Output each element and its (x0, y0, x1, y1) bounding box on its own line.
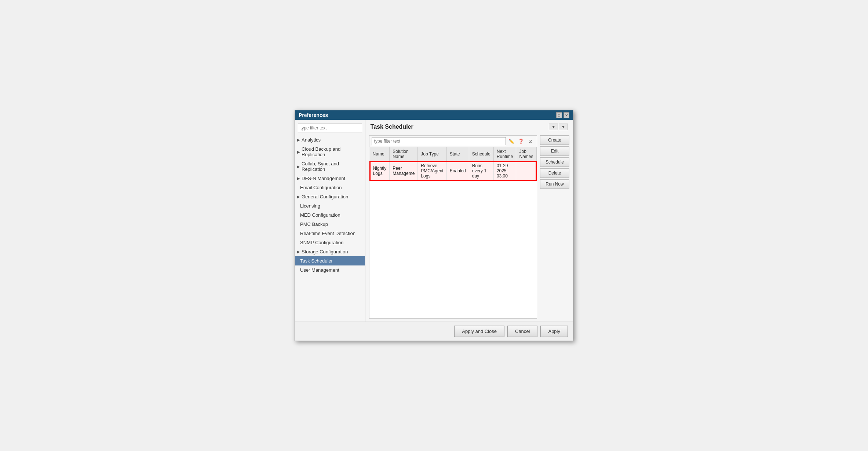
cell-next-runtime: 01-29-2025 03:00 (493, 161, 516, 181)
table-area: ✏️ ❓ ⧖ Name Solution Name Job Type State… (365, 132, 573, 322)
sidebar-item-realtime-event[interactable]: Real-time Event Detection (295, 229, 365, 238)
footer: Apply and Close Cancel Apply (295, 322, 573, 341)
help-icon[interactable]: ❓ (517, 137, 525, 145)
cell-job-names (516, 161, 536, 181)
dialog-title: Preferences (299, 112, 328, 118)
close-button[interactable]: ✕ (564, 112, 569, 118)
sidebar-item-email-config[interactable]: Email Configuration (295, 183, 365, 192)
table-container: ✏️ ❓ ⧖ Name Solution Name Job Type State… (369, 135, 537, 319)
nav-forward-button[interactable]: ▼ (559, 124, 568, 130)
apply-close-button[interactable]: Apply and Close (454, 326, 504, 337)
table-filter-input[interactable] (372, 137, 506, 145)
expand-arrow-icon: ▶ (297, 150, 300, 154)
sidebar-item-cloud-backup[interactable]: ▶Cloud Backup and Replication (295, 144, 365, 159)
col-solution-name: Solution Name (390, 147, 418, 161)
main-header: Task Scheduler ▼ ▼ (365, 120, 573, 132)
sidebar-item-dfs-n[interactable]: ▶DFS-N Management (295, 174, 365, 183)
sidebar-item-label: Collab, Sync, and Replication (302, 161, 361, 172)
sidebar-item-user-management[interactable]: User Management (295, 265, 365, 275)
sidebar-item-label: MED Configuration (300, 212, 340, 218)
dialog-body: ▶Analytics▶Cloud Backup and Replication▶… (295, 120, 573, 322)
sidebar-item-task-scheduler[interactable]: Task Scheduler (295, 256, 365, 265)
col-job-names: Job Names (516, 147, 536, 161)
col-job-type: Job Type (418, 147, 446, 161)
expand-arrow-icon: ▶ (297, 250, 300, 254)
sidebar: ▶Analytics▶Cloud Backup and Replication▶… (295, 120, 365, 322)
sidebar-item-analytics[interactable]: ▶Analytics (295, 135, 365, 144)
run-now-button[interactable]: Run Now (540, 179, 569, 189)
tasks-table: Name Solution Name Job Type State Schedu… (369, 147, 537, 181)
sidebar-item-label: DFS-N Management (302, 176, 345, 181)
sidebar-item-label: Storage Configuration (302, 249, 348, 254)
title-bar-controls: □ ✕ (556, 112, 569, 118)
expand-arrow-icon: ▶ (297, 176, 300, 180)
expand-arrow-icon: ▶ (297, 195, 300, 199)
delete-button[interactable]: Delete (540, 168, 569, 178)
sidebar-item-snmp-config[interactable]: SNMP Configuration (295, 238, 365, 247)
sidebar-item-label: Licensing (300, 203, 320, 209)
sidebar-item-label: SNMP Configuration (300, 240, 343, 245)
cell-name: Nightly Logs (370, 161, 390, 181)
sidebar-item-label: Analytics (302, 137, 321, 143)
table-toolbar: ✏️ ❓ ⧖ (369, 136, 537, 147)
sidebar-filter-container (298, 124, 362, 132)
col-state: State (446, 147, 469, 161)
header-nav-icons: ▼ ▼ (549, 124, 568, 130)
cancel-button[interactable]: Cancel (507, 326, 537, 337)
cell-solution-name: Peer Manageme (390, 161, 418, 181)
sidebar-item-general-config[interactable]: ▶General Configuration (295, 192, 365, 201)
edit-button[interactable]: Edit (540, 146, 569, 156)
preferences-dialog: Preferences □ ✕ ▶Analytics▶Cloud Backup … (295, 110, 573, 341)
expand-arrow-icon: ▶ (297, 138, 300, 142)
schedule-button[interactable]: Schedule (540, 157, 569, 167)
expand-arrow-icon: ▶ (297, 165, 300, 169)
filter-icon[interactable]: ⧖ (526, 137, 535, 145)
maximize-button[interactable]: □ (556, 112, 562, 118)
create-button[interactable]: Create (540, 135, 569, 145)
sidebar-item-label: Real-time Event Detection (300, 231, 355, 236)
col-name: Name (370, 147, 390, 161)
cell-schedule: Runs every 1 day (469, 161, 493, 181)
sidebar-filter-input[interactable] (298, 124, 362, 132)
sidebar-item-med-config[interactable]: MED Configuration (295, 210, 365, 220)
sidebar-items-container: ▶Analytics▶Cloud Backup and Replication▶… (295, 135, 365, 275)
col-next-runtime: Next Runtime (493, 147, 516, 161)
apply-button[interactable]: Apply (540, 326, 568, 337)
sidebar-item-label: Task Scheduler (300, 258, 333, 264)
sidebar-item-pmc-backup[interactable]: PMC Backup (295, 220, 365, 229)
col-schedule: Schedule (469, 147, 493, 161)
cell-state: Enabled (446, 161, 469, 181)
sidebar-item-licensing[interactable]: Licensing (295, 201, 365, 210)
edit-icon[interactable]: ✏️ (507, 137, 515, 145)
table-row[interactable]: Nightly LogsPeer ManagemeRetrieve PMC/Ag… (370, 161, 536, 181)
sidebar-item-storage-config[interactable]: ▶Storage Configuration (295, 247, 365, 256)
nav-back-button[interactable]: ▼ (549, 124, 558, 130)
main-content: Task Scheduler ▼ ▼ ✏️ ❓ ⧖ (365, 120, 573, 322)
action-buttons: Create Edit Schedule Delete Run Now (540, 135, 569, 319)
sidebar-item-label: PMC Backup (300, 221, 328, 227)
sidebar-item-label: Email Configuration (300, 185, 342, 190)
sidebar-item-label: Cloud Backup and Replication (302, 146, 361, 157)
table-header-row: Name Solution Name Job Type State Schedu… (370, 147, 536, 161)
title-bar: Preferences □ ✕ (295, 110, 573, 120)
cell-job-type: Retrieve PMC/Agent Logs (418, 161, 446, 181)
page-title: Task Scheduler (371, 124, 413, 130)
sidebar-item-collab-sync[interactable]: ▶Collab, Sync, and Replication (295, 159, 365, 174)
sidebar-item-label: User Management (300, 267, 339, 273)
sidebar-item-label: General Configuration (302, 194, 348, 199)
table-body: Nightly LogsPeer ManagemeRetrieve PMC/Ag… (370, 161, 536, 181)
